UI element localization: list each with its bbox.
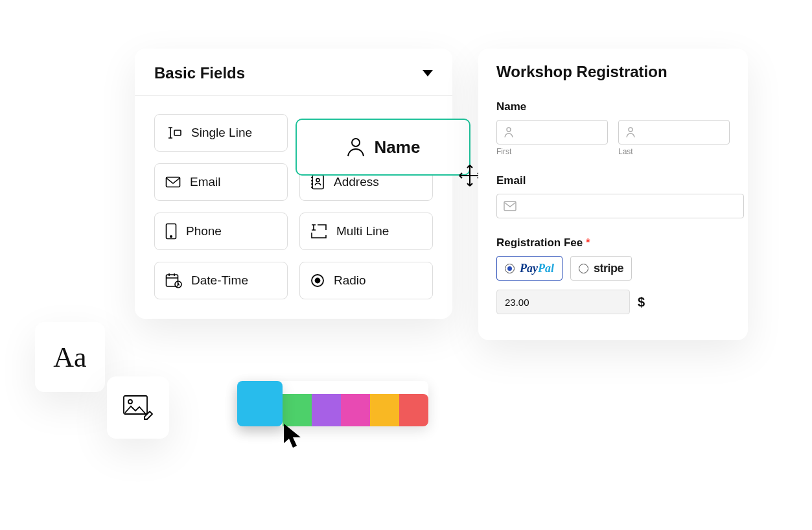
currency-label: $ [638, 295, 645, 310]
payment-option-paypal[interactable]: PayPal [496, 256, 563, 281]
field-email[interactable]: Email [154, 163, 288, 201]
svg-point-9 [316, 279, 320, 283]
email-input[interactable] [496, 194, 744, 218]
field-single-line[interactable]: Single Line [154, 114, 288, 152]
svg-rect-1 [167, 178, 180, 187]
basic-fields-panel: Basic Fields Single Line Email Address P… [135, 49, 452, 319]
field-label: Registration Fee * [496, 236, 730, 249]
svg-point-10 [352, 139, 360, 146]
color-swatch-5[interactable] [370, 394, 399, 426]
person-icon [504, 126, 514, 138]
form-preview-panel: Workshop Registration Name First Last Em… [478, 49, 748, 340]
mobile-icon [165, 223, 177, 240]
tile-label: Address [334, 175, 379, 189]
svg-point-12 [629, 128, 632, 132]
cursor-icon [281, 422, 305, 450]
color-swatch-4[interactable] [341, 394, 370, 426]
form-field-name: Name First Last [496, 100, 730, 156]
basic-fields-title: Basic Fields [154, 64, 245, 82]
tile-label: Single Line [191, 126, 252, 140]
typography-icon: Aa [53, 341, 86, 374]
first-sublabel: First [496, 147, 608, 156]
person-icon [346, 137, 365, 157]
last-name-input[interactable] [618, 120, 730, 144]
tile-label: Date-Time [191, 273, 248, 288]
person-icon [625, 126, 636, 138]
svg-rect-13 [504, 202, 516, 211]
text-cursor-icon [165, 126, 182, 139]
field-date-time[interactable]: Date-Time [154, 262, 288, 299]
basic-fields-header[interactable]: Basic Fields [135, 49, 452, 96]
tile-label: Email [190, 175, 221, 189]
required-star: * [586, 236, 590, 249]
color-palette [237, 381, 428, 426]
tile-label: Radio [334, 273, 366, 288]
svg-point-5 [170, 236, 172, 237]
radio-icon [310, 273, 325, 288]
fee-amount-input[interactable]: 23.00 [496, 290, 630, 314]
color-swatch-2[interactable] [283, 394, 312, 426]
radio-on-icon [505, 264, 515, 273]
svg-point-15 [128, 400, 132, 404]
typography-tool[interactable]: Aa [35, 322, 105, 392]
last-sublabel: Last [618, 147, 730, 156]
dragging-field-name[interactable]: Name [296, 119, 470, 176]
image-tool[interactable] [107, 376, 169, 439]
svg-point-11 [507, 128, 511, 132]
field-label: Email [496, 174, 730, 187]
field-radio[interactable]: Radio [299, 262, 433, 299]
svg-rect-6 [167, 275, 178, 286]
tile-label: Phone [186, 224, 222, 238]
form-field-fee: Registration Fee * PayPal stripe 23.00 $ [496, 236, 730, 314]
first-name-input[interactable] [496, 120, 608, 144]
tile-label: Multi Line [336, 224, 389, 238]
paypal-logo: PayPal [520, 262, 554, 275]
field-label: Name [496, 100, 730, 113]
field-multi-line[interactable]: Multi Line [299, 213, 433, 250]
mail-icon [165, 176, 181, 189]
field-phone[interactable]: Phone [154, 213, 288, 250]
mail-icon [504, 201, 516, 211]
form-field-email: Email [496, 174, 730, 218]
color-swatch-6[interactable] [399, 394, 428, 426]
form-title: Workshop Registration [496, 63, 730, 81]
svg-rect-0 [174, 130, 181, 135]
textarea-icon [310, 224, 327, 238]
payment-option-stripe[interactable]: stripe [570, 256, 632, 281]
svg-point-3 [316, 179, 319, 182]
color-swatch-1[interactable] [237, 381, 283, 426]
image-edit-icon [122, 395, 154, 421]
chevron-down-icon[interactable] [423, 70, 433, 76]
drag-label: Name [375, 137, 421, 157]
calendar-clock-icon [165, 273, 182, 288]
color-swatch-3[interactable] [312, 394, 341, 426]
stripe-logo: stripe [594, 262, 623, 275]
radio-off-icon [579, 264, 588, 273]
address-book-icon [310, 174, 325, 190]
